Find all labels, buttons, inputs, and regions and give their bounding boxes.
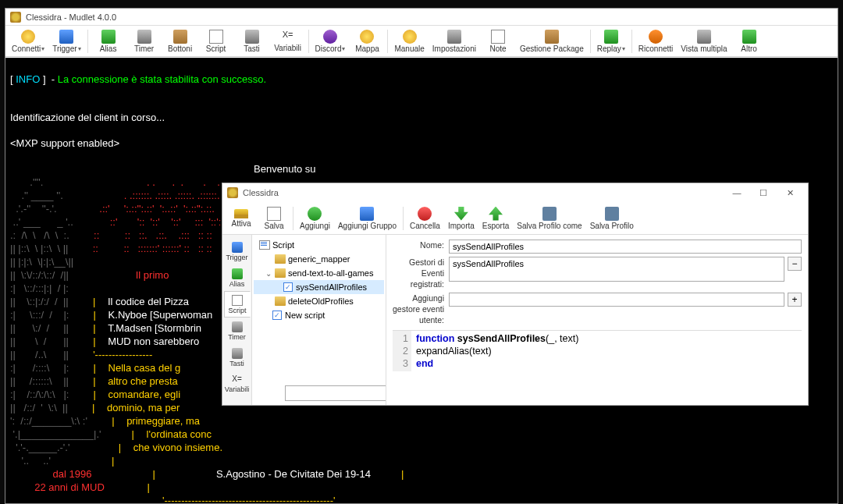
casa1: Nella casa del g bbox=[108, 362, 181, 374]
dialog-toolbar: Attiva Salva Aggiungi Aggiungi Gruppo Ca… bbox=[222, 202, 808, 235]
sidetab-script[interactable]: Script bbox=[224, 291, 251, 318]
k3: MUD non sarebbero bbox=[108, 335, 202, 347]
tree-item-syssendallprofiles[interactable]: ✓sysSendAllProfiles bbox=[254, 280, 384, 294]
main-titlebar: Clessidra - Mudlet 4.0.0 bbox=[5, 9, 838, 26]
casa6: l'ordinata conc bbox=[147, 428, 212, 440]
script-tree: Script generic_mapper⌄send-text-to-all-g… bbox=[252, 235, 386, 405]
dialog-title: Clessidra bbox=[243, 188, 279, 197]
code-editor[interactable]: 123 function sysSendAllProfiles(_, text)… bbox=[393, 330, 802, 371]
mxp-line: <MXP support enabled> bbox=[10, 137, 119, 149]
toolbar-replay[interactable]: Replay▾ bbox=[594, 27, 628, 55]
toolbar-connetti[interactable]: Connetti▾ bbox=[9, 27, 48, 55]
fn-args: (_, text) bbox=[546, 333, 578, 344]
toolbar-impostazioni[interactable]: Impostazioni bbox=[429, 27, 479, 55]
tree-item-send-text-to-all-games[interactable]: ⌄send-text-to-all-games bbox=[254, 266, 384, 280]
salva-profilo-button[interactable]: Salva Profilo bbox=[587, 207, 637, 230]
kw-function: function bbox=[416, 333, 454, 344]
tree-item-deleteoldprofiles[interactable]: deleteOldProfiles bbox=[254, 294, 384, 308]
toolbar-mappa[interactable]: Mappa bbox=[350, 27, 384, 55]
remove-handler-button[interactable]: − bbox=[788, 257, 802, 271]
side-tabs: TriggerAliasScriptTimerTastiX=Variabili bbox=[222, 235, 252, 405]
toolbar-riconnetti[interactable]: Riconnetti bbox=[635, 27, 676, 55]
code-line-2: expandAlias(text) bbox=[416, 345, 578, 357]
maximize-button[interactable]: ☐ bbox=[750, 184, 777, 201]
k2: T.Madsen [Stormbrin bbox=[108, 322, 201, 334]
tree-combo[interactable]: ⌄ bbox=[285, 385, 386, 401]
aggiungi-button[interactable]: Aggiungi bbox=[297, 207, 333, 230]
gestori-textarea[interactable] bbox=[449, 257, 784, 282]
sidetab-variabili[interactable]: X=Variabili bbox=[224, 371, 251, 397]
casa3: comandare, egli bbox=[108, 389, 181, 400]
casa7: che vivono insieme. bbox=[133, 442, 222, 453]
toolbar-vista-multipla[interactable]: Vista multipla bbox=[678, 27, 730, 55]
tree-item-new-script[interactable]: ✓New script bbox=[254, 308, 384, 322]
salva-profilo-come-button[interactable]: Salva Profilo come bbox=[514, 207, 585, 230]
aggiungi-gruppo-button[interactable]: Aggiungi Gruppo bbox=[335, 207, 400, 230]
app-icon bbox=[10, 12, 21, 23]
ident-line: Identificazione del client in corso... bbox=[10, 112, 165, 123]
toolbar-gestione-package[interactable]: Gestione Package bbox=[517, 27, 587, 55]
toolbar-bottoni[interactable]: Bottoni bbox=[163, 27, 197, 55]
primo: Il primo bbox=[136, 269, 172, 281]
script-editor-dialog: Clessidra — ☐ ✕ Attiva Salva Aggiungi Ag… bbox=[222, 183, 809, 406]
toolbar-timer[interactable]: Timer bbox=[127, 27, 162, 55]
toolbar-note[interactable]: Note bbox=[481, 27, 515, 55]
toolbar-script[interactable]: Script bbox=[199, 27, 233, 55]
toolbar-variabili[interactable]: X=Variabili bbox=[271, 27, 305, 55]
minimize-button[interactable]: — bbox=[724, 184, 750, 201]
tree-item-generic-mapper[interactable]: generic_mapper bbox=[254, 252, 384, 266]
sidetab-timer[interactable]: Timer bbox=[224, 318, 251, 344]
anni: 22 anni di MUD bbox=[34, 481, 105, 493]
dal: dal 1996 bbox=[53, 468, 92, 480]
casa4: dominio, ma per bbox=[107, 402, 180, 413]
toolbar-discord[interactable]: Discord▾ bbox=[312, 27, 349, 55]
dialog-titlebar: Clessidra — ☐ ✕ bbox=[222, 183, 808, 202]
sidetab-tasti[interactable]: Tasti bbox=[224, 344, 251, 371]
salva-button[interactable]: Salva bbox=[258, 207, 290, 230]
toolbar-manuale[interactable]: Manuale bbox=[391, 27, 427, 55]
nome-label: Nome: bbox=[393, 240, 449, 250]
toolbar-altro[interactable]: Altro bbox=[732, 27, 767, 55]
close-button[interactable]: ✕ bbox=[777, 184, 803, 201]
aggiungi-gestore-input[interactable] bbox=[449, 293, 784, 307]
fn-name: sysSendAllProfiles bbox=[457, 333, 546, 344]
cancella-button[interactable]: Cancella bbox=[407, 207, 443, 230]
k1: K.Nyboe [Superwoman bbox=[108, 309, 213, 321]
gutter: 123 bbox=[393, 331, 411, 371]
toolbar-tasti[interactable]: Tasti bbox=[235, 27, 269, 55]
toolbar-alias[interactable]: Alias bbox=[91, 27, 126, 55]
main-toolbar: Connetti▾Trigger▾AliasTimerBottoniScript… bbox=[5, 26, 838, 57]
main-title: Clessidra - Mudlet 4.0.0 bbox=[26, 12, 116, 22]
esporta-button[interactable]: Esporta bbox=[479, 207, 512, 230]
kw-end: end bbox=[416, 358, 433, 369]
importa-button[interactable]: Importa bbox=[445, 207, 478, 230]
casa2: altro che presta bbox=[108, 375, 178, 387]
toolbar-trigger[interactable]: Trigger▾ bbox=[49, 27, 84, 55]
agostino: S.Agostino - De Civitate Dei 19-14 bbox=[216, 468, 371, 480]
codice: Il codice del Pizza bbox=[108, 296, 189, 307]
sidetab-trigger[interactable]: Trigger bbox=[224, 238, 251, 264]
casa5: primeggiare, ma bbox=[126, 415, 200, 427]
aggiungi-gestore-label: Aggiungi gestore eventi utente: bbox=[393, 293, 449, 325]
dialog-app-icon bbox=[227, 187, 238, 198]
tree-root[interactable]: Script bbox=[254, 238, 384, 252]
add-handler-button[interactable]: + bbox=[788, 293, 802, 307]
nome-input[interactable] bbox=[449, 240, 802, 254]
sidetab-alias[interactable]: Alias bbox=[224, 264, 251, 291]
gestori-label: Gestori di Eventi registrati: bbox=[393, 257, 449, 289]
script-form: Nome: Gestori di Eventi registrati: − Ag… bbox=[386, 235, 808, 405]
welcome-line: Benvenuto su bbox=[254, 163, 316, 175]
attiva-button[interactable]: Attiva bbox=[226, 209, 257, 228]
info-tag: INFO bbox=[16, 73, 40, 85]
info-msg: La connessione è stata stabilita con suc… bbox=[58, 73, 266, 85]
